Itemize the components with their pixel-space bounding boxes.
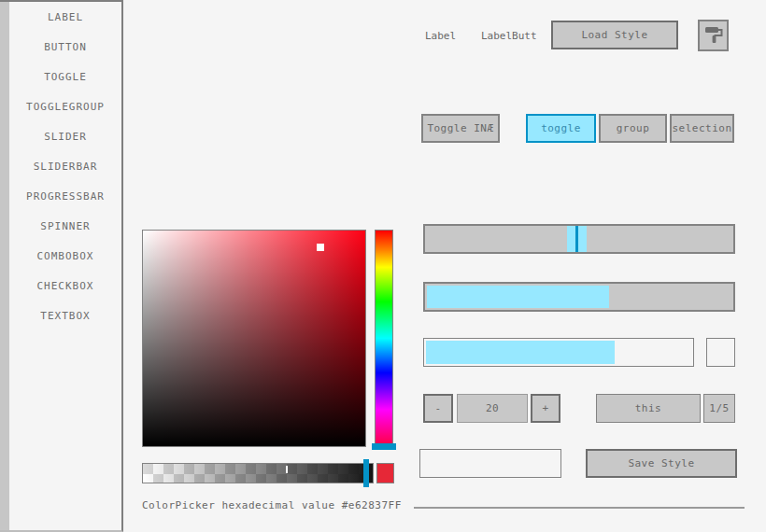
togglegroup-item-toggle[interactable]: toggle (526, 114, 596, 143)
togglegroup-item-group[interactable]: group (599, 114, 667, 143)
test-sliderbar[interactable] (423, 282, 735, 312)
test-label-button[interactable]: LabelButton (481, 30, 536, 42)
controls-list: LABEL BUTTON TOGGLE TOGGLEGROUP SLIDER S… (9, 2, 121, 330)
colorpicker-hue-handle[interactable] (372, 443, 396, 450)
test-toggle-button[interactable]: Toggle INÆ (421, 114, 500, 143)
sidebar-item-toggle[interactable]: TOGGLE (9, 62, 121, 91)
spinner-plus-button[interactable]: + (531, 394, 560, 423)
sidebar-item-button[interactable]: BUTTON (9, 32, 121, 62)
colorpicker-sv-selector[interactable] (317, 244, 324, 251)
colorpicker-hue-bar[interactable] (375, 230, 393, 447)
style-apply-button[interactable] (698, 20, 729, 51)
paint-roller-icon (703, 24, 724, 47)
combobox-counter-button[interactable]: 1/5 (703, 394, 735, 423)
sidebar-item-sliderbar[interactable]: SLIDERBAR (9, 151, 121, 181)
spinner-value-field[interactable]: 20 (457, 394, 528, 423)
test-progressbar (423, 338, 694, 367)
load-style-button[interactable]: Load Style (551, 21, 678, 49)
colorpicker-hex-label: ColorPicker hexadecimal value #e62837FF (142, 499, 402, 511)
sidebar-item-combobox[interactable]: COMBOBOX (9, 241, 121, 271)
sidebar-item-checkbox[interactable]: CHECKBOX (9, 271, 121, 301)
sidebar-item-progressbar[interactable]: PROGRESSBAR (9, 181, 121, 211)
slider-handle[interactable] (567, 226, 587, 252)
section-divider (414, 507, 745, 509)
progressbar-fill (426, 341, 615, 364)
test-textbox[interactable] (419, 449, 561, 478)
togglegroup-item-selection[interactable]: selection (670, 114, 734, 143)
sidebar-item-label[interactable]: LABEL (9, 2, 121, 32)
sidebar-item-spinner[interactable]: SPINNER (9, 211, 121, 241)
sliderbar-fill (427, 286, 609, 308)
combobox-selected-button[interactable]: this (596, 394, 701, 423)
sidebar-item-textbox[interactable]: TEXTBOX (9, 301, 121, 330)
colorpicker-alpha-bar[interactable] (142, 463, 374, 483)
colorpicker-sv-panel[interactable] (142, 230, 366, 447)
alpha-bar-mid-tick (286, 466, 288, 473)
app-window: LABEL BUTTON TOGGLE TOGGLEGROUP SLIDER S… (0, 0, 766, 532)
test-slider[interactable] (423, 224, 735, 254)
selected-color-swatch (376, 463, 394, 483)
test-checkbox[interactable] (706, 338, 735, 367)
sidebar-item-slider[interactable]: SLIDER (9, 121, 121, 151)
controls-sidebar: LABEL BUTTON TOGGLE TOGGLEGROUP SLIDER S… (0, 0, 123, 532)
slider-handle-line (575, 226, 578, 252)
test-label: Label (425, 30, 456, 42)
save-style-button[interactable]: Save Style (586, 449, 737, 478)
colorpicker-alpha-handle[interactable] (363, 459, 369, 487)
spinner-minus-button[interactable]: - (423, 394, 453, 423)
sidebar-scrollbar[interactable] (0, 2, 9, 530)
sidebar-item-togglegroup[interactable]: TOGGLEGROUP (9, 91, 121, 121)
